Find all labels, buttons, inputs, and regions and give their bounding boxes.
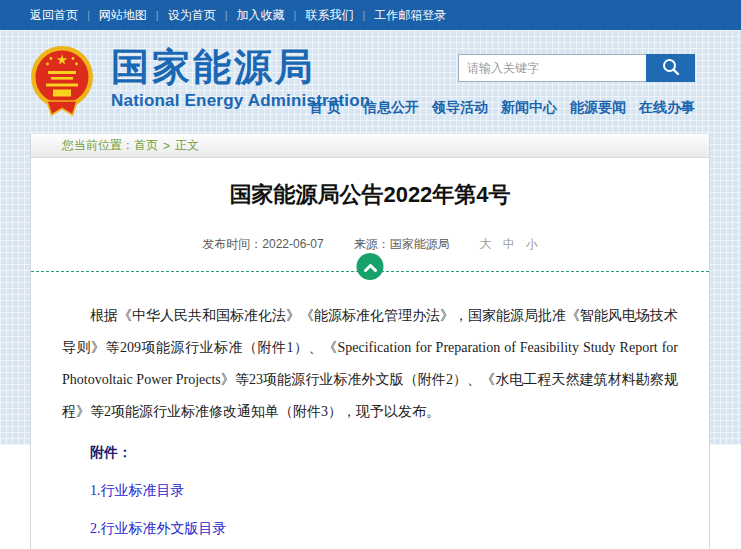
breadcrumb-current: 正文	[175, 137, 199, 154]
search-bar	[458, 54, 695, 82]
attachment-link-2[interactable]: 2.行业标准外文版目录	[90, 521, 227, 536]
article: 国家能源局公告2022年第4号 发布时间：2022-06-07 来源：国家能源局…	[31, 180, 709, 549]
topbar-link-favorite[interactable]: 加入收藏	[237, 7, 285, 24]
national-emblem-logo	[27, 44, 97, 120]
breadcrumb: 您当前位置： 首页 > 正文	[31, 134, 709, 158]
topbar-link-sitemap[interactable]: 网站地图	[99, 7, 147, 24]
publish-time-value: 2022-06-07	[262, 237, 323, 251]
topbar-link-set-homepage[interactable]: 设为首页	[168, 7, 216, 24]
topbar-separator: |	[87, 9, 90, 21]
topbar-separator: |	[294, 9, 297, 21]
topbar-separator: |	[156, 9, 159, 21]
topbar-separator: |	[362, 9, 365, 21]
topbar-separator: |	[225, 9, 228, 21]
breadcrumb-home-link[interactable]: 首页	[134, 137, 158, 154]
topbar-link-home[interactable]: 返回首页	[30, 7, 78, 24]
nav-item-home[interactable]: 首 页	[309, 99, 341, 117]
attachment-item: 1.行业标准目录	[62, 482, 678, 500]
content-panel: 您当前位置： 首页 > 正文 国家能源局公告2022年第4号 发布时间：2022…	[30, 134, 710, 549]
source-value: 国家能源局	[390, 237, 450, 251]
topbar-link-work-email-login[interactable]: 工作邮箱登录	[374, 7, 446, 24]
green-dashed-divider	[31, 271, 709, 272]
breadcrumb-separator: >	[163, 139, 170, 153]
nav-item-info-disclosure[interactable]: 信息公开	[363, 99, 419, 117]
search-input[interactable]	[458, 54, 646, 82]
topbar-link-contact[interactable]: 联系我们	[305, 7, 353, 24]
article-meta: 发布时间：2022-06-07 来源：国家能源局 大 中 小	[62, 236, 678, 253]
chevron-up-icon	[363, 258, 377, 276]
site-header: 国家能源局 National Energy Administration 首 页…	[0, 30, 741, 134]
attachment-link-1[interactable]: 1.行业标准目录	[90, 483, 185, 498]
breadcrumb-prefix: 您当前位置：	[62, 137, 134, 154]
search-button[interactable]	[646, 54, 695, 82]
publish-time-label: 发布时间：	[202, 237, 262, 251]
topbar: 返回首页 | 网站地图 | 设为首页 | 加入收藏 | 联系我们 | 工作邮箱登…	[0, 0, 741, 30]
header-right: 首 页 信息公开 领导活动 新闻中心 能源要闻 在线办事	[309, 54, 695, 117]
nav-item-leader-activities[interactable]: 领导活动	[432, 99, 488, 117]
nav-item-energy-news[interactable]: 能源要闻	[570, 99, 626, 117]
font-size-large-button[interactable]: 大	[480, 236, 492, 253]
attachments-label: 附件：	[62, 444, 678, 462]
nav-item-online-services[interactable]: 在线办事	[639, 99, 695, 117]
main-nav: 首 页 信息公开 领导活动 新闻中心 能源要闻 在线办事	[309, 99, 695, 117]
collapse-button[interactable]	[357, 253, 384, 280]
article-paragraph: 根据《中华人民共和国标准化法》《能源标准化管理办法》，国家能源局批准《智能风电场…	[62, 300, 678, 428]
font-size-controls: 大 中 小	[480, 236, 538, 253]
attachment-item: 2.行业标准外文版目录	[62, 520, 678, 538]
source: 来源：国家能源局	[354, 236, 450, 253]
source-label: 来源：	[354, 237, 390, 251]
publish-time: 发布时间：2022-06-07	[202, 236, 323, 253]
article-title: 国家能源局公告2022年第4号	[62, 180, 678, 210]
font-size-small-button[interactable]: 小	[526, 236, 538, 253]
search-icon	[661, 57, 681, 80]
nav-item-news-center[interactable]: 新闻中心	[501, 99, 557, 117]
font-size-medium-button[interactable]: 中	[503, 236, 515, 253]
